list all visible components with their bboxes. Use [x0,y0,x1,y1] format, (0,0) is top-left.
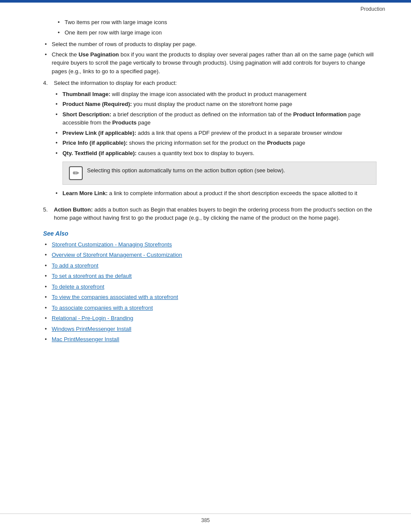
list-item: To delete a storefront [43,283,377,291]
list-item: Product Name (Required): you must displa… [54,100,377,109]
item-number-4: 4. [43,79,54,201]
list-item: Two items per row with large image icons [56,18,377,27]
item-4-text: Select the information to display for ea… [54,80,177,86]
note-icon: ✏ [69,166,83,180]
link-relational-prelogin[interactable]: Relational - Pre-Login - Branding [52,315,133,321]
list-item: Storefront Customization - Managing Stor… [43,240,377,249]
item-4-bullet-list: Thumbnail Image: will display the image … [54,90,377,198]
middle-bullet-list: Select the number of rows of products to… [43,40,377,75]
numbered-item-5: 5. Action Button: adds a button such as … [43,205,377,222]
list-item: Windows PrintMessenger Install [43,325,377,333]
link-overview-storefront[interactable]: Overview of Storefront Management - Cust… [52,252,182,258]
list-item: Overview of Storefront Management - Cust… [43,251,377,259]
list-item: To set a storefront as the default [43,272,377,280]
list-item: Preview Link (if applicable): adds a lin… [54,129,377,137]
item-4-content: Select the information to display for ea… [54,79,377,201]
note-text: Selecting this option automatically turn… [87,166,285,175]
list-item: Short Description: a brief description o… [54,110,377,127]
list-item: Mac PrintMessenger Install [43,335,377,344]
link-mac-printmessenger[interactable]: Mac PrintMessenger Install [52,336,119,342]
item-number-5: 5. [43,205,54,222]
link-delete-storefront[interactable]: To delete a storefront [52,283,104,290]
list-item: Check the Use Pagination box if you want… [43,50,377,76]
link-associate-companies[interactable]: To associate companies with a storefront [52,305,153,311]
list-item: Learn More Link: a link to complete info… [54,189,377,198]
list-item: One item per row with large image icon [56,28,377,37]
link-set-default-storefront[interactable]: To set a storefront as the default [52,273,132,279]
link-storefront-customization[interactable]: Storefront Customization - Managing Stor… [52,241,172,248]
list-item: To add a storefront [43,261,377,270]
list-item: Select the number of rows of products to… [43,40,377,49]
see-also-title: See Also [43,230,377,237]
list-item: Qty. Textfield (if applicable): causes a… [54,149,377,185]
link-view-companies[interactable]: To view the companies associated with a … [52,294,178,300]
list-item: To associate companies with a storefront [43,304,377,312]
top-sub-bullet-list: Two items per row with large image icons… [56,18,377,37]
numbered-item-4: 4. Select the information to display for… [43,79,377,201]
list-item: Thumbnail Image: will display the image … [54,90,377,99]
link-add-storefront[interactable]: To add a storefront [52,262,98,269]
see-also-link-list: Storefront Customization - Managing Stor… [43,240,377,344]
list-item: Relational - Pre-Login - Branding [43,314,377,323]
header-label: Production [361,6,385,12]
link-windows-printmessenger[interactable]: Windows PrintMessenger Install [52,326,131,332]
page-container: Production Two items per row with large … [0,0,411,532]
list-item: Price Info (if applicable): shows the pr… [54,139,377,147]
content-area: Two items per row with large image icons… [0,14,411,372]
item-5-content: Action Button: adds a button such as Beg… [54,205,377,222]
header-area: Production [0,3,411,14]
page-number: 385 [201,517,210,523]
page-footer: 385 [0,513,411,523]
list-item: To view the companies associated with a … [43,293,377,302]
note-box: ✏ Selecting this option automatically tu… [62,162,377,185]
